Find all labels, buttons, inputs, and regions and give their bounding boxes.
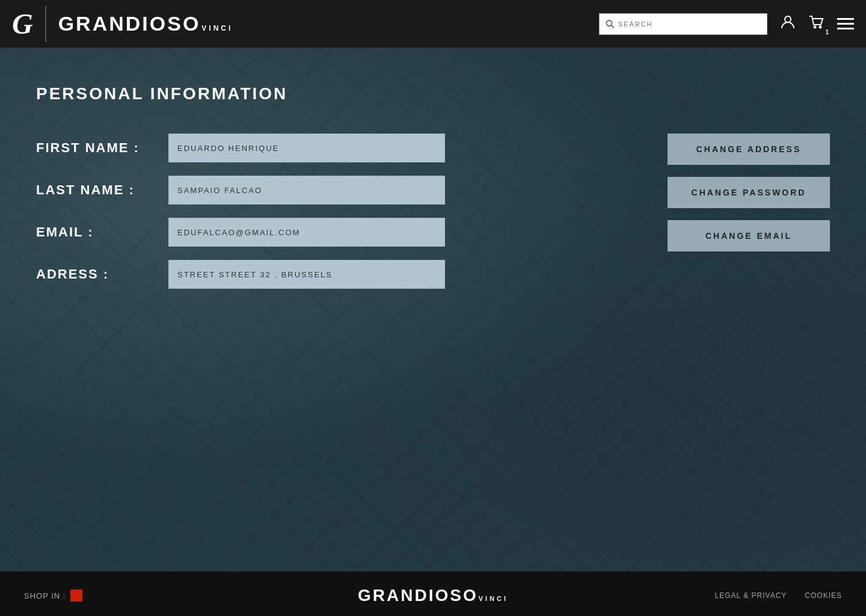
form-left: FIRST NAME : LAST NAME : EMAIL : ADRESS … (36, 134, 619, 302)
logo-box: G (12, 6, 46, 42)
label-address: ADRESS : (36, 266, 168, 282)
search-input[interactable] (618, 20, 761, 28)
form-row-lastname: LAST NAME : (36, 176, 619, 205)
search-box[interactable] (599, 13, 767, 35)
cart-icon[interactable]: 1 (808, 14, 825, 34)
flag-icon (70, 590, 82, 602)
form-row-email: EMAIL : (36, 218, 619, 247)
section-title: PERSONAL INFORMATION (36, 84, 830, 103)
svg-point-0 (606, 20, 612, 26)
menu-bar-2 (837, 23, 854, 25)
content-inner: PERSONAL INFORMATION FIRST NAME : LAST N… (36, 84, 830, 302)
form-row-address: ADRESS : (36, 260, 619, 289)
footer-brand: GRANDIOSO VINCI (358, 586, 508, 605)
brand-name: GRANDIOSO VINCI (58, 12, 233, 35)
svg-point-4 (820, 26, 821, 28)
cart-badge: 1 (825, 29, 829, 35)
account-icon[interactable] (779, 14, 796, 34)
label-lastname: LAST NAME : (36, 182, 168, 198)
cookies-link[interactable]: COOKIES (805, 591, 842, 600)
main-content: PERSONAL INFORMATION FIRST NAME : LAST N… (0, 48, 866, 571)
input-lastname[interactable] (168, 176, 445, 205)
brand-main: GRANDIOSO (58, 12, 201, 35)
logo-g: G (12, 10, 33, 38)
change-email-button[interactable]: CHANGE EMAIL (668, 220, 830, 251)
input-email[interactable] (168, 218, 445, 247)
legal-privacy-link[interactable]: LEGAL & PRIVACY (715, 591, 787, 600)
footer-brand-sub: VINCI (479, 595, 508, 602)
change-password-button[interactable]: CHANGE PASSWORD (668, 177, 830, 208)
brand-sub: VINCI (201, 24, 233, 32)
change-address-button[interactable]: CHANGE ADDRESS (668, 134, 830, 165)
input-firstname[interactable] (168, 134, 445, 162)
svg-line-1 (612, 25, 614, 28)
menu-icon[interactable] (837, 18, 854, 29)
menu-bar-1 (837, 18, 854, 20)
form-right: CHANGE ADDRESS CHANGE PASSWORD CHANGE EM… (668, 134, 830, 302)
svg-point-2 (785, 16, 791, 22)
form-layout: FIRST NAME : LAST NAME : EMAIL : ADRESS … (36, 134, 830, 302)
menu-bar-3 (837, 28, 854, 29)
header-icons: 1 (779, 14, 854, 34)
svg-point-3 (814, 26, 816, 28)
label-email: EMAIL : (36, 224, 168, 240)
search-icon (606, 19, 615, 29)
form-row-firstname: FIRST NAME : (36, 134, 619, 162)
footer: SHOP IN : GRANDIOSO VINCI LEGAL & PRIVAC… (0, 571, 866, 616)
footer-links: LEGAL & PRIVACY COOKIES (715, 591, 842, 600)
shop-in-label: SHOP IN : (24, 591, 66, 600)
label-firstname: FIRST NAME : (36, 140, 168, 156)
footer-shop: SHOP IN : (24, 590, 82, 602)
footer-brand-main: GRANDIOSO (358, 586, 478, 605)
header: G GRANDIOSO VINCI 1 (0, 0, 866, 48)
input-address[interactable] (168, 260, 445, 289)
